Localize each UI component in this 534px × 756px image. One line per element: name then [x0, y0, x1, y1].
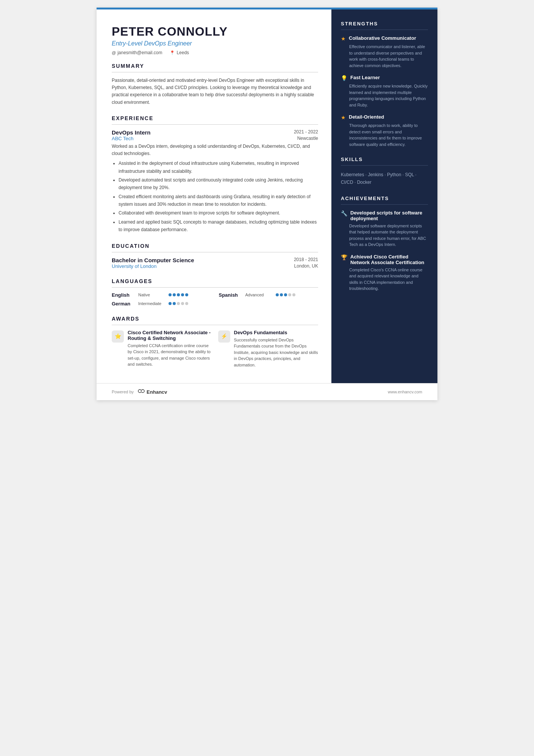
summary-divider: [112, 72, 318, 72]
lang-spanish-name: Spanish: [219, 292, 242, 298]
exp-company: ABC Tech: [112, 136, 134, 141]
location-icon: 📍: [170, 50, 175, 55]
achievements-section-title: ACHIEVEMENTS: [341, 196, 428, 201]
award-desc-1: Completed CCNA certification online cour…: [128, 343, 212, 368]
award-star-icon: ⭐: [115, 333, 121, 340]
footer-bar: Powered by Enhancv www.enhancv.com: [97, 383, 437, 400]
exp-date: 2021 - 2022: [294, 129, 318, 135]
dot: [169, 293, 172, 296]
dot: [181, 302, 184, 305]
lang-german-dots: [169, 302, 188, 305]
dot: [284, 293, 287, 296]
achievement-title-2: Achieved Cisco Certified Network Associa…: [350, 254, 428, 265]
footer-left: Powered by Enhancv: [112, 388, 167, 396]
strength-title-2: Fast Learner: [350, 75, 380, 80]
location-text: Leeds: [176, 50, 189, 55]
education-section-title: EDUCATION: [112, 243, 318, 249]
name-section: PETER CONNOLLY Entry-Level DevOps Engine…: [112, 25, 318, 55]
award-icon-1: ⭐: [112, 330, 124, 343]
bulb-icon: 💡: [341, 75, 347, 81]
summary-text: Passionate, detail-oriented and motivate…: [112, 77, 318, 106]
footer-website: www.enhancv.com: [388, 390, 422, 394]
enhancv-brand-name: Enhancv: [147, 389, 167, 395]
award-content-1: Cisco Certified Network Associate - Rout…: [128, 330, 212, 368]
experience-item-1: DevOps Intern 2021 - 2022 ABC Tech Newca…: [112, 129, 318, 234]
dot: [288, 293, 291, 296]
award-lightning-icon: ⚡: [221, 333, 227, 340]
exp-job-title: DevOps Intern: [112, 129, 151, 136]
star-icon-1: ★: [341, 36, 346, 42]
edu-degree: Bachelor in Computer Science: [112, 257, 194, 263]
award-icon-2: ⚡: [218, 330, 230, 343]
strength-title-1: Collaborative Communicator: [349, 35, 416, 41]
contact-info: @ janesmith@email.com 📍 Leeds: [112, 50, 318, 55]
skills-section-title: SKILLS: [341, 157, 428, 162]
strength-desc-1: Effective communicator and listener, abl…: [341, 44, 428, 69]
lang-english: English Native: [112, 292, 211, 298]
lang-spanish-level: Advanced: [245, 293, 272, 297]
strengths-divider: [341, 30, 428, 30]
lang-spanish-dots: [276, 293, 295, 296]
lang-spanish: Spanish Advanced: [219, 292, 319, 298]
award-content-2: DevOps Fundamentals Successfully complet…: [234, 330, 319, 368]
wrench-icon: 🔧: [341, 210, 347, 217]
award-title-1: Cisco Certified Network Associate - Rout…: [128, 330, 212, 341]
strength-header-1: ★ Collaborative Communicator: [341, 35, 428, 42]
bullet-1: Assisted in the deployment of cloud infr…: [119, 160, 318, 175]
strengths-section-title: STRENGTHS: [341, 21, 428, 27]
enhancv-logo: Enhancv: [136, 388, 167, 396]
left-column: PETER CONNOLLY Entry-Level DevOps Engine…: [97, 9, 331, 383]
award-item-2: ⚡ DevOps Fundamentals Successfully compl…: [218, 330, 319, 368]
exp-sub-header: ABC Tech Newcastle: [112, 136, 318, 141]
lang-english-dots: [169, 293, 188, 296]
dot: [185, 302, 188, 305]
awards-divider: [112, 325, 318, 325]
resume-body: PETER CONNOLLY Entry-Level DevOps Engine…: [97, 9, 437, 383]
edu-sub-header: University of London London, UK: [112, 263, 318, 269]
achievement-desc-1: Developed software deployment scripts th…: [341, 223, 428, 248]
dot: [169, 302, 172, 305]
lang-german-name: German: [112, 301, 134, 307]
achievement-item-2: 🏆 Achieved Cisco Certified Network Assoc…: [341, 254, 428, 292]
experience-divider: [112, 124, 318, 125]
enhancv-svg: [136, 388, 145, 394]
job-title: Entry-Level DevOps Engineer: [112, 40, 318, 47]
languages-divider: [112, 287, 318, 288]
award-title-2: DevOps Fundamentals: [234, 330, 319, 335]
dot: [292, 293, 295, 296]
strength-item-2: 💡 Fast Learner Efficiently acquire new k…: [341, 75, 428, 108]
exp-location: Newcastle: [297, 136, 318, 141]
trophy-icon: 🏆: [341, 254, 347, 261]
email-text: janesmith@email.com: [117, 50, 162, 55]
strength-item-1: ★ Collaborative Communicator Effective c…: [341, 35, 428, 69]
right-column: STRENGTHS ★ Collaborative Communicator E…: [331, 9, 437, 383]
achievement-header-1: 🔧 Developed scripts for software deploym…: [341, 210, 428, 221]
dot: [173, 302, 176, 305]
dot: [177, 302, 180, 305]
edu-university: University of London: [112, 263, 157, 269]
award-item-1: ⭐ Cisco Certified Network Associate - Ro…: [112, 330, 212, 368]
strength-desc-2: Efficiently acquire new knowledge. Quick…: [341, 83, 428, 108]
star-icon-2: ★: [341, 114, 346, 121]
candidate-name: PETER CONNOLLY: [112, 25, 318, 39]
awards-grid: ⭐ Cisco Certified Network Associate - Ro…: [112, 330, 318, 368]
achievement-item-1: 🔧 Developed scripts for software deploym…: [341, 210, 428, 248]
exp-bullets-list: Assisted in the deployment of cloud infr…: [112, 160, 318, 234]
languages-grid: English Native Spanish Advanced: [112, 292, 318, 307]
strength-header-3: ★ Detail-Oriented: [341, 114, 428, 121]
resume-container: PETER CONNOLLY Entry-Level DevOps Engine…: [97, 8, 437, 400]
lang-english-level: Native: [138, 293, 165, 297]
strength-desc-3: Thorough approach to work, ability to de…: [341, 122, 428, 147]
exp-description: Worked as a DevOps intern, developing a …: [112, 143, 318, 157]
edu-location: London, UK: [294, 263, 318, 269]
achievements-divider: [341, 204, 428, 205]
lang-german: German Intermediate: [112, 301, 211, 307]
achievement-header-2: 🏆 Achieved Cisco Certified Network Assoc…: [341, 254, 428, 265]
strength-title-3: Detail-Oriented: [349, 114, 384, 120]
achievement-title-1: Developed scripts for software deploymen…: [350, 210, 428, 221]
education-divider: [112, 252, 318, 252]
award-desc-2: Successfully completed DevOps Fundamenta…: [234, 337, 319, 368]
summary-section-title: SUMMARY: [112, 63, 318, 69]
edu-item-1: Bachelor in Computer Science 2018 - 2021…: [112, 257, 318, 269]
email-icon: @: [112, 50, 116, 55]
